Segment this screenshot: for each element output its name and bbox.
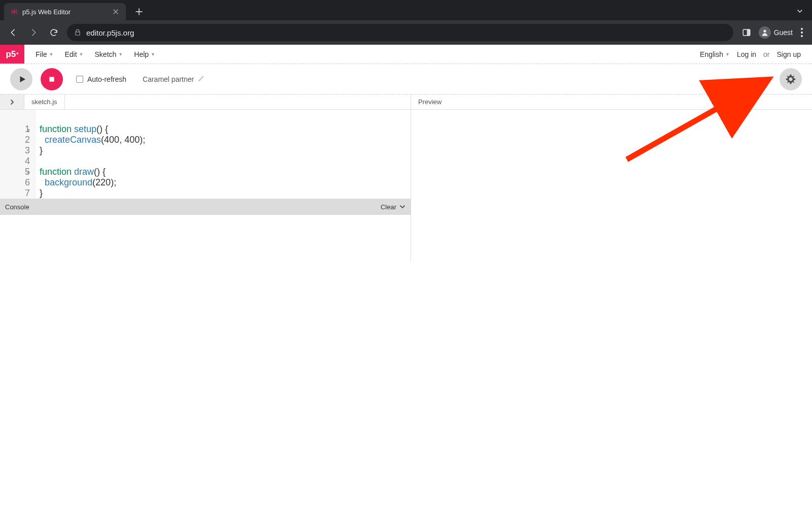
main-split: 1▼2345▼67 function setup() { createCanva… [0, 110, 812, 262]
menu-items: File▼ Edit▼ Sketch▼ Help▼ [24, 45, 155, 64]
or-label: or [763, 50, 769, 58]
caret-down-icon: ▼ [79, 52, 84, 57]
browser-chrome: p5.js Web Editor editor.p5js.org Guest [0, 0, 812, 45]
address-bar[interactable]: editor.p5js.org [67, 24, 733, 41]
code-content[interactable]: function setup() { createCanvas(400, 400… [36, 110, 145, 199]
console-label: Console [5, 203, 29, 211]
guest-label: Guest [774, 28, 793, 37]
auto-refresh-toggle[interactable]: Auto-refresh [76, 75, 126, 83]
svg-rect-6 [15, 9, 17, 11]
tab-strip: p5.js Web Editor [0, 0, 812, 20]
svg-rect-1 [14, 9, 14, 11]
sidebar-expand-button[interactable] [0, 94, 24, 109]
console-header: Console Clear [0, 199, 411, 215]
svg-rect-4 [15, 11, 17, 12]
toolbar: Auto-refresh Caramel partner [0, 64, 812, 94]
caret-down-icon: ▼ [151, 52, 155, 57]
chevron-down-icon [399, 204, 405, 210]
sketch-name[interactable]: Caramel partner [143, 75, 205, 83]
caret-down-icon: ▼ [118, 52, 123, 57]
svg-rect-8 [15, 12, 17, 14]
svg-point-11 [763, 30, 766, 33]
panel-icon[interactable] [739, 25, 754, 40]
chevron-right-icon [9, 99, 15, 105]
settings-button[interactable] [780, 68, 802, 90]
sketch-name-text: Caramel partner [143, 75, 194, 83]
login-link[interactable]: Log in [737, 50, 756, 58]
checkbox-icon[interactable] [76, 76, 83, 83]
play-icon [18, 75, 27, 84]
reload-button[interactable] [47, 25, 61, 40]
p5-menubar: p5* File▼ Edit▼ Sketch▼ Help▼ English▼ L… [0, 45, 812, 64]
svg-rect-12 [49, 77, 54, 81]
pencil-icon[interactable] [198, 75, 205, 83]
console-output[interactable] [0, 215, 411, 262]
browser-right-icons: Guest [739, 25, 806, 40]
profile-chip[interactable]: Guest [759, 26, 793, 39]
tab-title: p5.js Web Editor [22, 8, 71, 16]
file-tab-active[interactable]: sketch.js [24, 94, 65, 109]
back-button[interactable] [6, 25, 20, 40]
auto-refresh-label: Auto-refresh [87, 75, 126, 83]
svg-rect-5 [11, 9, 13, 11]
lock-icon [74, 29, 81, 36]
new-tab-button[interactable] [132, 5, 146, 19]
preview-pane [411, 110, 812, 262]
preview-label: Preview [411, 94, 449, 109]
line-gutter: 1▼2345▼67 [0, 110, 36, 199]
code-editor[interactable]: 1▼2345▼67 function setup() { createCanva… [0, 110, 411, 199]
p5-favicon-icon [10, 8, 18, 16]
stop-icon [48, 75, 56, 83]
browser-tab[interactable]: p5.js Web Editor [4, 3, 126, 20]
console-clear-button[interactable]: Clear [381, 203, 405, 211]
tabs-overflow-button[interactable] [794, 5, 806, 17]
address-row: editor.p5js.org Guest [0, 20, 812, 45]
url-text: editor.p5js.org [86, 28, 134, 37]
svg-rect-3 [11, 11, 13, 12]
signup-link[interactable]: Sign up [777, 50, 801, 58]
avatar-icon [759, 26, 771, 39]
menu-sketch[interactable]: Sketch▼ [95, 50, 123, 58]
menu-edit[interactable]: Edit▼ [64, 50, 83, 58]
menu-file[interactable]: File▼ [36, 50, 53, 58]
play-button[interactable] [10, 68, 32, 90]
file-tab-row: sketch.js Preview [0, 94, 812, 110]
svg-rect-10 [747, 29, 750, 36]
p5-logo[interactable]: p5* [0, 45, 24, 64]
language-selector[interactable]: English▼ [700, 50, 730, 58]
tab-close-icon[interactable] [112, 8, 120, 16]
gear-icon [785, 74, 796, 85]
menu-help[interactable]: Help▼ [134, 50, 155, 58]
svg-rect-7 [11, 12, 13, 14]
caret-down-icon: ▼ [49, 52, 54, 57]
svg-point-13 [789, 78, 792, 81]
browser-menu-icon[interactable] [798, 28, 806, 37]
stop-button[interactable] [41, 68, 63, 90]
forward-button[interactable] [26, 25, 41, 40]
caret-down-icon: ▼ [725, 52, 730, 57]
svg-point-0 [13, 11, 15, 13]
svg-rect-2 [14, 13, 14, 15]
